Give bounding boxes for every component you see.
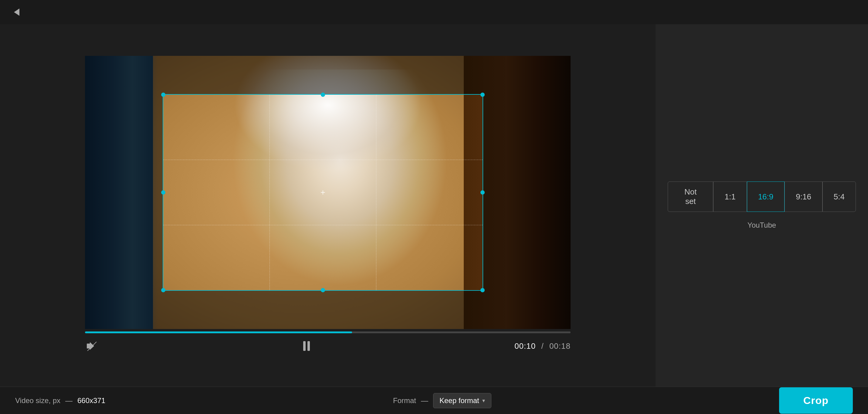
video-size-dash: —: [65, 396, 72, 405]
format-dash: —: [421, 396, 428, 405]
scene-right-shelf: [464, 56, 570, 329]
pause-bar-right: [307, 341, 310, 351]
time-total: 00:18: [549, 342, 570, 351]
format-select[interactable]: Keep format ▾: [433, 393, 491, 408]
format-info: Format — Keep format ▾: [393, 393, 491, 408]
progress-bar[interactable]: [85, 331, 570, 333]
preset-label: YouTube: [747, 221, 776, 229]
video-wrapper: +: [85, 56, 570, 329]
right-panel: Not set 1:1 16:9 9:16 5:4 YouTube: [656, 24, 868, 387]
mute-button[interactable]: [85, 339, 98, 353]
progress-fill: [85, 331, 352, 333]
pause-bar-left: [303, 341, 306, 351]
aspect-9-16[interactable]: 9:16: [784, 182, 823, 212]
pause-icon: [303, 341, 310, 351]
back-button[interactable]: [9, 5, 24, 20]
bottom-bar: Video size, px — 660x371 Format — Keep f…: [0, 387, 868, 414]
speaker-muted-icon: [87, 342, 96, 350]
pause-button[interactable]: [298, 337, 316, 355]
format-label: Format: [393, 396, 416, 405]
controls-row: 00:10 / 00:18: [85, 337, 570, 355]
main-content: +: [0, 24, 868, 387]
aspect-16-9[interactable]: 16:9: [747, 182, 785, 212]
video-panel: +: [0, 24, 656, 387]
time-separator: /: [541, 342, 544, 351]
aspect-not-set[interactable]: Not set: [668, 182, 713, 212]
scene-left-shelf: [85, 56, 153, 329]
aspect-5-4[interactable]: 5:4: [823, 182, 856, 212]
time-display: 00:10 / 00:18: [515, 342, 570, 351]
top-bar: [0, 0, 868, 24]
format-value: Keep format: [439, 396, 479, 405]
chevron-down-icon: ▾: [482, 397, 485, 404]
video-controls: 00:10 / 00:18: [85, 331, 570, 355]
aspect-1-1[interactable]: 1:1: [713, 182, 747, 212]
scene-veil: [231, 56, 425, 220]
back-arrow-icon: [14, 8, 20, 16]
time-current: 00:10: [515, 342, 536, 351]
crop-button[interactable]: Crop: [779, 387, 853, 414]
aspect-ratio-group: Not set 1:1 16:9 9:16 5:4: [668, 182, 856, 212]
video-size-value: 660x371: [78, 396, 105, 405]
video-size-label: Video size, px: [15, 396, 60, 405]
video-size-info: Video size, px — 660x371: [15, 396, 105, 405]
